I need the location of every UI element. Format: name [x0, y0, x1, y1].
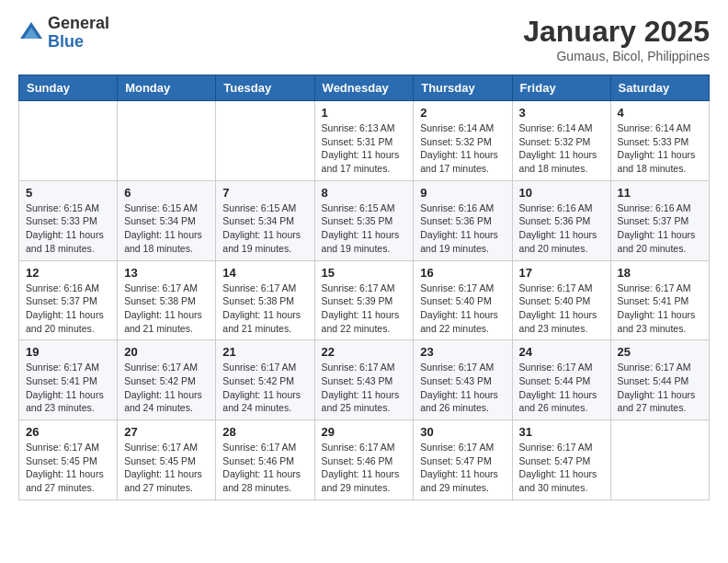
day-info: Sunrise: 6:14 AM Sunset: 5:33 PM Dayligh… — [618, 121, 702, 176]
calendar-cell: 23Sunrise: 6:17 AM Sunset: 5:43 PM Dayli… — [414, 340, 512, 420]
page-header: General Blue January 2025 Gumaus, Bicol,… — [18, 15, 710, 63]
day-info: Sunrise: 6:15 AM Sunset: 5:34 PM Dayligh… — [222, 201, 307, 256]
logo-icon — [18, 20, 44, 46]
day-number: 31 — [519, 425, 604, 439]
week-row-2: 12Sunrise: 6:16 AM Sunset: 5:37 PM Dayli… — [19, 260, 710, 340]
day-info: Sunrise: 6:17 AM Sunset: 5:43 PM Dayligh… — [420, 361, 505, 415]
day-number: 30 — [420, 425, 505, 439]
calendar-cell: 30Sunrise: 6:17 AM Sunset: 5:47 PM Dayli… — [414, 420, 512, 500]
day-info: Sunrise: 6:17 AM Sunset: 5:47 PM Dayligh… — [519, 441, 604, 495]
day-number: 24 — [519, 345, 604, 359]
calendar-cell: 9Sunrise: 6:16 AM Sunset: 5:36 PM Daylig… — [414, 180, 512, 260]
title-block: January 2025 Gumaus, Bicol, Philippines — [523, 15, 710, 63]
day-info: Sunrise: 6:13 AM Sunset: 5:31 PM Dayligh… — [322, 121, 407, 176]
day-info: Sunrise: 6:17 AM Sunset: 5:38 PM Dayligh… — [124, 282, 209, 336]
calendar-cell: 21Sunrise: 6:17 AM Sunset: 5:42 PM Dayli… — [216, 340, 314, 420]
calendar-cell: 11Sunrise: 6:16 AM Sunset: 5:37 PM Dayli… — [610, 180, 709, 260]
day-info: Sunrise: 6:16 AM Sunset: 5:37 PM Dayligh… — [618, 201, 702, 256]
month-title: January 2025 — [523, 15, 710, 49]
logo: General Blue — [18, 15, 109, 52]
day-info: Sunrise: 6:17 AM Sunset: 5:40 PM Dayligh… — [420, 282, 505, 336]
calendar-cell: 20Sunrise: 6:17 AM Sunset: 5:42 PM Dayli… — [118, 340, 216, 420]
weekday-header-thursday: Thursday — [414, 75, 512, 101]
calendar-cell: 10Sunrise: 6:16 AM Sunset: 5:36 PM Dayli… — [512, 180, 610, 260]
week-row-3: 19Sunrise: 6:17 AM Sunset: 5:41 PM Dayli… — [19, 340, 710, 420]
day-number: 4 — [618, 106, 702, 120]
day-number: 29 — [322, 425, 407, 439]
calendar-cell: 29Sunrise: 6:17 AM Sunset: 5:46 PM Dayli… — [314, 420, 414, 500]
calendar-cell: 2Sunrise: 6:14 AM Sunset: 5:32 PM Daylig… — [414, 101, 512, 181]
calendar-cell: 6Sunrise: 6:15 AM Sunset: 5:34 PM Daylig… — [118, 180, 216, 260]
day-number: 23 — [420, 345, 505, 359]
day-info: Sunrise: 6:16 AM Sunset: 5:36 PM Dayligh… — [519, 201, 604, 256]
weekday-header-wednesday: Wednesday — [314, 75, 414, 101]
weekday-header-row: SundayMondayTuesdayWednesdayThursdayFrid… — [19, 75, 710, 101]
calendar-cell: 28Sunrise: 6:17 AM Sunset: 5:46 PM Dayli… — [216, 420, 314, 500]
day-info: Sunrise: 6:17 AM Sunset: 5:43 PM Dayligh… — [322, 361, 407, 415]
calendar-cell — [610, 420, 709, 500]
logo-text: General Blue — [48, 15, 109, 52]
calendar-cell: 22Sunrise: 6:17 AM Sunset: 5:43 PM Dayli… — [314, 340, 414, 420]
calendar-cell: 18Sunrise: 6:17 AM Sunset: 5:41 PM Dayli… — [610, 260, 709, 340]
week-row-0: 1Sunrise: 6:13 AM Sunset: 5:31 PM Daylig… — [19, 101, 710, 181]
calendar-table: SundayMondayTuesdayWednesdayThursdayFrid… — [18, 75, 710, 500]
calendar-cell: 14Sunrise: 6:17 AM Sunset: 5:38 PM Dayli… — [216, 260, 314, 340]
calendar-cell: 19Sunrise: 6:17 AM Sunset: 5:41 PM Dayli… — [19, 340, 118, 420]
day-info: Sunrise: 6:15 AM Sunset: 5:34 PM Dayligh… — [124, 201, 209, 256]
day-info: Sunrise: 6:17 AM Sunset: 5:42 PM Dayligh… — [124, 361, 209, 415]
day-number: 8 — [322, 186, 407, 200]
day-number: 15 — [322, 266, 407, 280]
day-number: 10 — [519, 186, 604, 200]
day-number: 26 — [26, 425, 110, 439]
day-number: 13 — [124, 266, 209, 280]
day-info: Sunrise: 6:17 AM Sunset: 5:45 PM Dayligh… — [26, 441, 110, 495]
day-info: Sunrise: 6:17 AM Sunset: 5:44 PM Dayligh… — [519, 361, 604, 415]
day-info: Sunrise: 6:17 AM Sunset: 5:41 PM Dayligh… — [618, 282, 702, 336]
day-info: Sunrise: 6:17 AM Sunset: 5:47 PM Dayligh… — [420, 441, 505, 495]
week-row-4: 26Sunrise: 6:17 AM Sunset: 5:45 PM Dayli… — [19, 420, 710, 500]
day-info: Sunrise: 6:17 AM Sunset: 5:44 PM Dayligh… — [618, 361, 702, 415]
day-info: Sunrise: 6:15 AM Sunset: 5:33 PM Dayligh… — [26, 201, 110, 256]
day-number: 28 — [222, 425, 307, 439]
day-number: 18 — [618, 266, 702, 280]
day-info: Sunrise: 6:14 AM Sunset: 5:32 PM Dayligh… — [519, 121, 604, 176]
calendar-cell: 4Sunrise: 6:14 AM Sunset: 5:33 PM Daylig… — [610, 101, 709, 181]
weekday-header-friday: Friday — [512, 75, 610, 101]
day-number: 3 — [519, 106, 604, 120]
day-number: 7 — [222, 186, 307, 200]
weekday-header-sunday: Sunday — [19, 75, 118, 101]
weekday-header-tuesday: Tuesday — [216, 75, 314, 101]
day-info: Sunrise: 6:17 AM Sunset: 5:46 PM Dayligh… — [222, 441, 307, 495]
day-number: 25 — [618, 345, 702, 359]
calendar-cell: 8Sunrise: 6:15 AM Sunset: 5:35 PM Daylig… — [314, 180, 414, 260]
day-number: 2 — [420, 106, 505, 120]
day-info: Sunrise: 6:17 AM Sunset: 5:46 PM Dayligh… — [322, 441, 407, 495]
calendar-cell: 12Sunrise: 6:16 AM Sunset: 5:37 PM Dayli… — [19, 260, 118, 340]
day-number: 12 — [26, 266, 110, 280]
calendar-cell — [19, 101, 118, 181]
logo-blue-text: Blue — [48, 33, 109, 52]
calendar-cell — [118, 101, 216, 181]
calendar-cell: 17Sunrise: 6:17 AM Sunset: 5:40 PM Dayli… — [512, 260, 610, 340]
day-number: 14 — [222, 266, 307, 280]
day-info: Sunrise: 6:16 AM Sunset: 5:37 PM Dayligh… — [26, 282, 110, 336]
day-number: 5 — [26, 186, 110, 200]
day-info: Sunrise: 6:17 AM Sunset: 5:42 PM Dayligh… — [222, 361, 307, 415]
calendar-cell: 24Sunrise: 6:17 AM Sunset: 5:44 PM Dayli… — [512, 340, 610, 420]
calendar-cell: 25Sunrise: 6:17 AM Sunset: 5:44 PM Dayli… — [610, 340, 709, 420]
calendar-cell — [216, 101, 314, 181]
day-number: 17 — [519, 266, 604, 280]
day-number: 1 — [322, 106, 407, 120]
calendar-cell: 13Sunrise: 6:17 AM Sunset: 5:38 PM Dayli… — [118, 260, 216, 340]
day-number: 6 — [124, 186, 209, 200]
calendar-cell: 26Sunrise: 6:17 AM Sunset: 5:45 PM Dayli… — [19, 420, 118, 500]
day-number: 9 — [420, 186, 505, 200]
calendar-cell: 3Sunrise: 6:14 AM Sunset: 5:32 PM Daylig… — [512, 101, 610, 181]
day-info: Sunrise: 6:17 AM Sunset: 5:41 PM Dayligh… — [26, 361, 110, 415]
day-info: Sunrise: 6:17 AM Sunset: 5:40 PM Dayligh… — [519, 282, 604, 336]
calendar-cell: 27Sunrise: 6:17 AM Sunset: 5:45 PM Dayli… — [118, 420, 216, 500]
calendar-cell: 5Sunrise: 6:15 AM Sunset: 5:33 PM Daylig… — [19, 180, 118, 260]
day-info: Sunrise: 6:14 AM Sunset: 5:32 PM Dayligh… — [420, 121, 505, 176]
day-number: 16 — [420, 266, 505, 280]
day-info: Sunrise: 6:15 AM Sunset: 5:35 PM Dayligh… — [322, 201, 407, 256]
